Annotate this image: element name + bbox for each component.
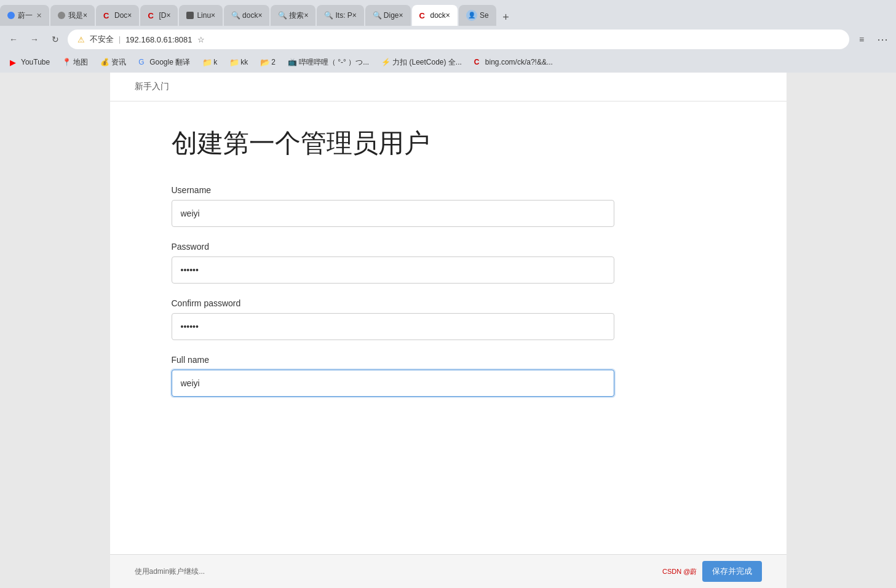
bookmark-translate-label: Google 翻译 xyxy=(149,57,190,68)
bookmark-bilibili[interactable]: 📺 哔哩哔哩（ °-° ）つ... xyxy=(283,55,374,70)
bookmark-kk-label: kk xyxy=(240,58,248,66)
username-input[interactable] xyxy=(172,200,614,227)
confirm-password-group: Confirm password xyxy=(172,298,725,340)
bookmark-maps[interactable]: 📍 地图 xyxy=(57,55,93,70)
news-favicon: 💰 xyxy=(100,58,109,66)
translate-favicon: G xyxy=(138,58,147,66)
url-text: 192.168.0.61:8081 xyxy=(125,35,192,44)
tab-1[interactable]: 蔚一 ✕ xyxy=(0,5,49,26)
kk-favicon: 📁 xyxy=(229,58,238,66)
tab-10-active[interactable]: C dock× xyxy=(412,5,458,26)
form-title: 创建第一个管理员用户 xyxy=(172,126,725,161)
bilibili-favicon: 📺 xyxy=(288,58,296,66)
confirm-password-input[interactable] xyxy=(172,313,614,340)
tab-8-favicon: 🔍 xyxy=(324,11,333,20)
tab-8[interactable]: 🔍 Its: P× xyxy=(317,5,363,26)
bookmark-leetcode[interactable]: ⚡ 力扣 (LeetCode) 全... xyxy=(376,55,467,70)
bookmark-news[interactable]: 💰 资讯 xyxy=(95,55,131,70)
star-icon[interactable]: ☆ xyxy=(197,35,205,44)
bottom-bar: 使用admin账户继续... CSDN @蔚 保存并完成 xyxy=(110,554,787,588)
tab-9-favicon: 🔍 xyxy=(373,11,381,20)
full-name-group: Full name xyxy=(172,355,725,397)
new-tab-button[interactable]: + xyxy=(498,9,515,26)
bookmark-k[interactable]: 📁 k xyxy=(197,56,222,68)
bookmark-2[interactable]: 📂 2 xyxy=(255,56,280,68)
full-name-label: Full name xyxy=(172,355,725,365)
bookmark-youtube[interactable]: ▶ YouTube xyxy=(5,56,55,68)
bookmark-bing[interactable]: C bing.com/ck/a?!&&... xyxy=(469,56,558,68)
back-button[interactable]: ← xyxy=(5,31,22,48)
forward-button[interactable]: → xyxy=(26,31,43,48)
tab-11[interactable]: 👤 Se xyxy=(459,5,496,26)
bookmark-bing-label: bing.com/ck/a?!&&... xyxy=(485,58,553,66)
k-favicon: 📁 xyxy=(202,58,211,66)
page-area: 新手入门 创建第一个管理员用户 Username Password Confir… xyxy=(0,73,896,588)
bookmark-2-label: 2 xyxy=(271,58,276,66)
bookmark-maps-label: 地图 xyxy=(73,57,88,68)
address-field[interactable]: ⚠ 不安全 | 192.168.0.61:8081 ☆ xyxy=(68,30,849,49)
password-group: Password xyxy=(172,242,725,284)
tab-7-favicon: 🔍 xyxy=(278,11,287,20)
page-content: 新手入门 创建第一个管理员用户 Username Password Confir… xyxy=(110,73,787,588)
tab-3[interactable]: C Doc× xyxy=(96,5,139,26)
admin-hint: 使用admin账户继续... xyxy=(135,566,205,577)
maps-favicon: 📍 xyxy=(62,58,71,66)
password-input[interactable] xyxy=(172,256,614,284)
password-label: Password xyxy=(172,242,725,252)
not-secure-label: 不安全 xyxy=(90,34,114,45)
reload-button[interactable]: ↻ xyxy=(47,31,64,48)
form-container: 创建第一个管理员用户 Username Password Confirm pas… xyxy=(110,101,787,436)
tab-9[interactable]: 🔍 Dige× xyxy=(365,5,411,26)
address-bar-row: ← → ↻ ⚠ 不安全 | 192.168.0.61:8081 ☆ ≡ ⋯ xyxy=(0,26,896,53)
bookmark-youtube-label: YouTube xyxy=(21,58,50,66)
tab-4[interactable]: C [D× xyxy=(140,5,178,26)
tab-10-favicon: C xyxy=(419,11,428,20)
bookmark-kk[interactable]: 📁 kk xyxy=(224,56,253,68)
bookmark-translate[interactable]: G Google 翻译 xyxy=(133,55,195,70)
leetcode-favicon: ⚡ xyxy=(381,58,390,66)
read-mode-button[interactable]: ≡ xyxy=(853,31,870,48)
bookmark-bilibili-label: 哔哩哔哩（ °-° ）つ... xyxy=(299,57,369,68)
confirm-password-label: Confirm password xyxy=(172,298,725,308)
security-warning-icon: ⚠ xyxy=(77,35,85,44)
tab-bar: 蔚一 ✕ 我是× C Doc× C [D× Linu× 🔍 dock× xyxy=(0,0,896,26)
tab-2-favicon xyxy=(58,12,65,19)
browser-chrome: 蔚一 ✕ 我是× C Doc× C [D× Linu× 🔍 dock× xyxy=(0,0,896,73)
username-label: Username xyxy=(172,185,725,195)
breadcrumb-label: 新手入门 xyxy=(135,81,169,91)
bookmark-news-label: 资讯 xyxy=(111,57,126,68)
youtube-favicon: ▶ xyxy=(10,58,18,66)
tab-3-favicon: C xyxy=(103,11,112,20)
tab-1-close[interactable]: ✕ xyxy=(36,12,42,20)
tab-1-favicon xyxy=(7,12,15,19)
bing-favicon: C xyxy=(474,58,483,66)
tab-4-favicon: C xyxy=(148,11,156,20)
tab-6-favicon: 🔍 xyxy=(231,11,240,20)
tab-5[interactable]: Linu× xyxy=(179,5,223,26)
bookmark-k-label: k xyxy=(213,58,217,66)
bookmarks-bar: ▶ YouTube 📍 地图 💰 资讯 G Google 翻译 📁 k 📁 kk xyxy=(0,53,896,73)
tab-5-favicon xyxy=(186,12,194,19)
tab-11-favicon: 👤 xyxy=(466,10,477,21)
folder2-favicon: 📂 xyxy=(260,58,269,66)
address-icons: ☆ xyxy=(197,35,205,44)
tab-6[interactable]: 🔍 dock× xyxy=(224,5,269,26)
save-button[interactable]: 保存并完成 xyxy=(702,561,762,582)
tab-7[interactable]: 🔍 搜索× xyxy=(271,5,315,26)
bookmark-leetcode-label: 力扣 (LeetCode) 全... xyxy=(392,57,462,68)
tab-2[interactable]: 我是× xyxy=(50,5,95,26)
more-tools-button[interactable]: ⋯ xyxy=(874,31,891,48)
csdn-watermark: CSDN @蔚 xyxy=(662,567,697,576)
username-group: Username xyxy=(172,185,725,227)
breadcrumb: 新手入门 xyxy=(110,73,787,101)
full-name-input[interactable] xyxy=(172,370,614,397)
